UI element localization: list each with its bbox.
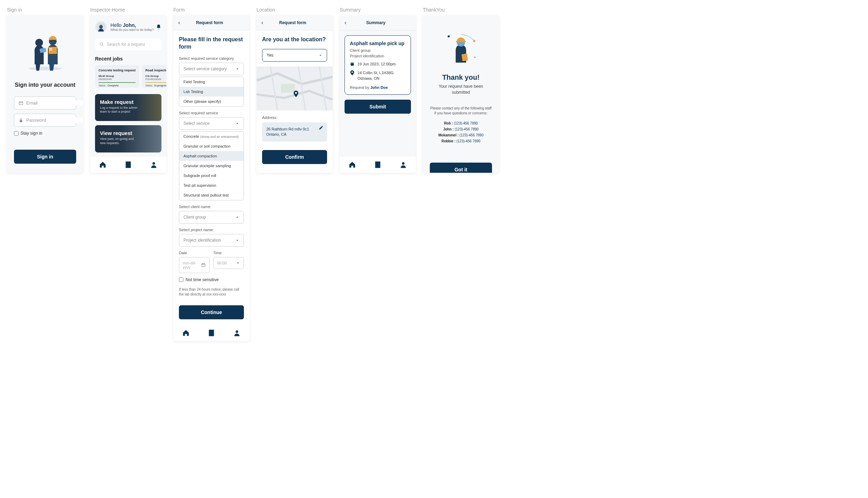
category-option[interactable]: Field Testing [179, 77, 244, 87]
service-option[interactable]: Granular or soil compaction [179, 141, 244, 151]
job-card[interactable]: Road inspection request CG Group P204816… [142, 65, 166, 88]
svg-point-22 [474, 57, 476, 58]
nav-requests-icon[interactable] [124, 161, 132, 169]
thankyou-sub: Your request have been submitted [430, 84, 492, 95]
svg-point-19 [402, 162, 404, 165]
at-location-select[interactable]: Yes [262, 49, 327, 62]
thankyou-screen: Thank you! Your request have been submit… [423, 15, 499, 173]
bottom-nav [340, 157, 416, 173]
client-label: Select client name: [179, 205, 244, 209]
screen-label: Inspector-Home [90, 7, 166, 13]
service-option[interactable]: Structural steel pullout test [179, 190, 244, 200]
bell-icon[interactable] [156, 24, 161, 30]
screen-label: ThankYou [423, 7, 499, 13]
time-input[interactable]: 00:00 [213, 257, 244, 269]
summary-datetime: 19 Jun 2023, 12:00pm [357, 62, 396, 67]
service-option[interactable]: Granular stockpile sampling [179, 161, 244, 171]
job-id: 0M382049 [99, 78, 136, 81]
svg-point-15 [295, 92, 297, 94]
svg-rect-17 [350, 63, 354, 66]
category-label: Select required service category [179, 56, 244, 61]
category-option[interactable]: Other (please specify) [179, 97, 244, 106]
form-heading: Please fill in the request form [179, 36, 244, 51]
contact-line: John : (123)-456 7890 [430, 127, 492, 131]
contact-line: Rob : (123)-456 7890 [430, 121, 492, 125]
greeting: Hello John, [110, 22, 154, 28]
continue-button[interactable]: Continue [179, 305, 244, 319]
nav-home-icon[interactable] [348, 161, 356, 169]
view-request-card[interactable]: View request View past, on-going and new… [95, 125, 161, 152]
summary-title: Asphalt sample pick up [350, 41, 406, 46]
service-option[interactable]: Concrete (slump and air entrainment) [179, 131, 244, 141]
bottom-nav [90, 157, 166, 173]
job-id: P204816049 [145, 78, 166, 81]
job-group: CG Group [145, 74, 166, 78]
nav-home-icon[interactable] [99, 161, 107, 169]
nav-profile-icon[interactable] [233, 329, 241, 337]
map-preview[interactable] [256, 66, 333, 111]
summary-screen: ‹ Summary Asphalt sample pick up Client … [340, 15, 416, 173]
password-field-wrap[interactable] [14, 114, 76, 127]
summary-client: Client group [350, 48, 406, 52]
form-screen: ‹ Request form Please fill in the reques… [173, 15, 249, 341]
avatar[interactable] [95, 21, 107, 33]
chevron-down-icon [235, 121, 239, 126]
signin-screen: Sign into your account Stay sign in Sign… [7, 15, 83, 173]
not-sensitive-checkbox[interactable] [179, 277, 183, 282]
location-pin-icon [350, 70, 355, 76]
chevron-down-icon [235, 215, 239, 219]
edit-icon[interactable] [319, 125, 324, 130]
job-status: Status : Complete [99, 84, 136, 87]
contact-line: Robbie : (123)-456 7890 [430, 139, 492, 143]
mail-icon [19, 101, 23, 106]
service-option[interactable]: Subgrade proof roll [179, 171, 244, 180]
job-card[interactable]: Concrete testing request MLM Group 0M382… [95, 65, 139, 88]
service-option[interactable]: Asphalt compaction [179, 151, 244, 161]
job-title: Road inspection request [145, 69, 166, 72]
svg-rect-11 [202, 264, 205, 267]
address-line1: 26 Rathburn Rd m8v 0c1 [266, 127, 323, 132]
client-select[interactable]: Client group [179, 211, 244, 223]
service-option[interactable]: Test pit supervision [179, 180, 244, 190]
map-pin-icon [293, 91, 299, 98]
svg-point-9 [100, 43, 102, 45]
calendar-icon [350, 62, 355, 66]
service-select[interactable]: Select service [179, 117, 244, 130]
nav-requests-icon[interactable] [208, 329, 215, 337]
summary-addr2: Oshawa, ON [357, 76, 393, 81]
email-input[interactable] [26, 100, 83, 106]
svg-point-10 [152, 162, 155, 165]
address-label: Address: [262, 115, 327, 120]
svg-point-18 [352, 72, 353, 73]
location-heading: Are you at the location? [262, 36, 327, 43]
email-field-wrap[interactable] [14, 97, 76, 109]
screen-label: Sign in [7, 7, 83, 13]
stay-signin-checkbox[interactable] [14, 131, 19, 136]
nav-profile-icon[interactable] [399, 161, 407, 169]
svg-rect-25 [456, 41, 466, 42]
screen-label: Form [173, 7, 249, 13]
greeting-sub: What do you want to do today? [110, 28, 154, 31]
category-option[interactable]: Lab Testing [179, 87, 244, 97]
signin-button[interactable]: Sign in [14, 150, 76, 164]
category-select[interactable]: Select service category [179, 63, 244, 75]
date-input[interactable]: mm-dd-yyyy [179, 257, 210, 273]
recent-jobs-title: Recent jobs [95, 56, 161, 62]
project-label: Select project name: [179, 228, 244, 232]
make-request-card[interactable]: Make request Log a request to the admin … [95, 94, 161, 121]
nav-profile-icon[interactable] [150, 161, 158, 169]
search-input[interactable] [107, 42, 159, 47]
confirm-button[interactable]: Confirm [262, 150, 327, 164]
gotit-button[interactable]: Got it [430, 163, 492, 173]
location-topbar-title: Request form [258, 20, 328, 25]
screen-label: Location [256, 7, 333, 13]
submit-button[interactable]: Submit [345, 100, 411, 114]
stay-signin-label: Stay sign in [21, 131, 42, 136]
search-bar[interactable] [95, 38, 161, 50]
nav-requests-icon[interactable] [374, 161, 382, 169]
chevron-down-icon [235, 67, 239, 71]
password-input[interactable] [26, 118, 83, 123]
nav-home-icon[interactable] [182, 329, 190, 337]
home-screen: Hello John, What do you want to do today… [90, 15, 166, 173]
project-select[interactable]: Project identification [179, 234, 244, 247]
